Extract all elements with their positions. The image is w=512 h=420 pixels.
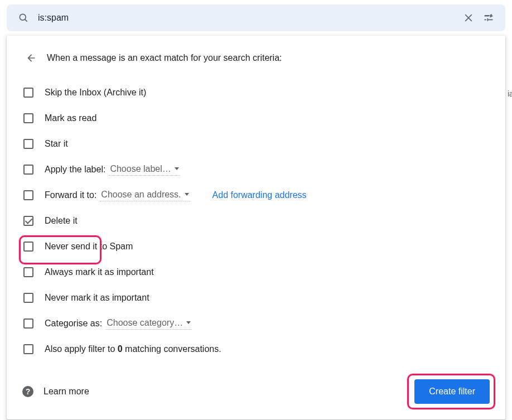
- filter-options-icon[interactable]: [479, 8, 499, 28]
- svg-line-1: [25, 20, 27, 22]
- filter-label: Always mark it as important: [45, 267, 154, 277]
- clear-icon[interactable]: [458, 8, 479, 28]
- checkbox[interactable]: [23, 293, 33, 303]
- chevron-down-icon: [185, 193, 189, 196]
- filter-label: Skip the Inbox (Archive it): [45, 88, 146, 98]
- search-icon[interactable]: [13, 8, 33, 28]
- filter-row: Delete it: [22, 209, 490, 233]
- filter-row: Skip the Inbox (Archive it): [22, 80, 490, 105]
- filter-row: Always mark it as important: [22, 260, 490, 284]
- filter-label: Mark as read: [45, 113, 96, 123]
- filter-label: Apply the label:: [45, 165, 105, 175]
- checkbox[interactable]: [23, 318, 33, 329]
- search-bar: [7, 4, 505, 31]
- filter-label: Forward it to:: [45, 190, 96, 200]
- add-forwarding-link[interactable]: Add forwarding address: [212, 190, 307, 200]
- filter-label: Categorise as:: [45, 318, 102, 329]
- checkbox[interactable]: [23, 113, 33, 123]
- filter-label: Never mark it as important: [45, 293, 149, 303]
- filter-row: Star it: [22, 132, 490, 156]
- svg-point-0: [20, 14, 26, 20]
- filter-row: Never mark it as important: [22, 286, 490, 310]
- checkbox[interactable]: [23, 216, 33, 226]
- filter-row: Never send it to Spam: [22, 234, 490, 259]
- checkbox[interactable]: [23, 242, 33, 252]
- chevron-down-icon: [175, 167, 179, 170]
- filter-row: Apply the label:Choose label…: [22, 157, 490, 182]
- filter-label: Delete it: [45, 216, 78, 226]
- dropdown[interactable]: Choose category…: [105, 318, 192, 330]
- panel-footer: ? Learn more Create filter: [22, 379, 490, 404]
- filter-label: Also apply filter to 0 matching conversa…: [45, 344, 221, 354]
- filter-label: Star it: [45, 139, 68, 149]
- svg-rect-5: [491, 14, 492, 17]
- filter-label: Never send it to Spam: [45, 242, 133, 252]
- checkbox[interactable]: [23, 344, 33, 354]
- filter-row: Mark as read: [22, 106, 490, 131]
- filter-row: Forward it to:Choose an address.Add forw…: [22, 183, 490, 207]
- help-icon[interactable]: ?: [22, 386, 33, 397]
- panel-title: When a message is an exact match for you…: [47, 53, 282, 63]
- back-button[interactable]: [22, 49, 40, 67]
- dropdown[interactable]: Choose label…: [109, 164, 180, 176]
- filter-row: Categorise as:Choose category…: [22, 311, 490, 336]
- dropdown[interactable]: Choose an address.: [100, 190, 190, 201]
- checkbox[interactable]: [23, 139, 33, 149]
- create-filter-button[interactable]: Create filter: [414, 379, 490, 404]
- search-input[interactable]: [33, 13, 458, 23]
- chevron-down-icon: [186, 321, 191, 324]
- learn-more-link[interactable]: Learn more: [44, 387, 89, 397]
- panel-header: When a message is an exact match for you…: [22, 49, 490, 67]
- checkbox[interactable]: [23, 190, 33, 200]
- checkbox[interactable]: [23, 165, 33, 175]
- checkbox[interactable]: [23, 267, 33, 277]
- filter-row: Also apply filter to 0 matching conversa…: [22, 337, 490, 361]
- checkbox[interactable]: [23, 88, 33, 98]
- filter-panel: When a message is an exact match for you…: [7, 36, 505, 419]
- clipped-text: ia: [508, 89, 512, 98]
